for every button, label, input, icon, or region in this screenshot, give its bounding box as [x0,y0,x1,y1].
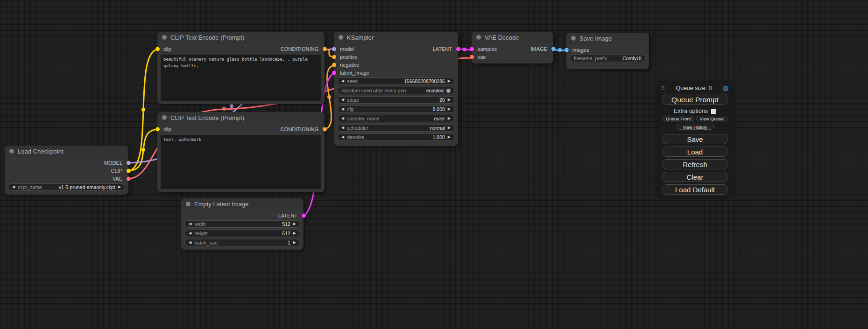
toggle-dot-icon[interactable] [446,89,451,93]
widget-value: normal [430,125,445,131]
node-load-checkpoint[interactable]: Load Checkpoint MODEL CLIP VAE ◀ ckpt_na… [5,146,128,195]
input-slot-positive[interactable] [332,55,336,59]
input-slot-vae[interactable] [470,55,474,59]
collapse-dot-icon[interactable] [9,149,14,154]
node-save-image[interactable]: Save Image images filename_prefix ComfyU… [566,33,649,69]
node-graph-canvas[interactable]: Load Checkpoint MODEL CLIP VAE ◀ ckpt_na… [0,0,868,329]
load-default-button[interactable]: Load Default [663,184,727,195]
view-history-button[interactable]: View History [677,124,714,130]
decrement-arrow-icon[interactable]: ◀ [341,98,344,102]
input-slot-images[interactable] [565,48,569,52]
node-clip-text-encode-negative[interactable]: CLIP Text Encode (Prompt) clip CONDITION… [157,112,325,192]
widget-batch-size[interactable]: ◀ batch_size 1 ▶ [184,239,300,246]
increment-arrow-icon[interactable]: ▶ [448,98,451,102]
link-midpoint-dot [463,48,466,51]
increment-arrow-icon[interactable]: ▶ [293,241,296,245]
collapse-dot-icon[interactable] [162,35,167,40]
input-label-clip: clip [163,46,171,52]
widget-random-seed-toggle[interactable]: Random seed after every gen enabled [337,87,455,94]
widget-sampler-name[interactable]: ◀ sampler_name euler ▶ [337,115,455,122]
output-slot-vae[interactable] [127,176,131,181]
input-slot-clip[interactable] [155,127,160,131]
node-title: Save Image [579,35,612,42]
collapse-dot-icon[interactable] [476,35,481,40]
input-slot-model[interactable] [332,47,336,51]
widget-scheduler[interactable]: ◀ scheduler normal ▶ [337,124,455,132]
load-button[interactable]: Load [663,147,727,157]
input-slot-clip[interactable] [155,47,160,51]
decrement-arrow-icon[interactable]: ◀ [341,79,344,83]
node-header[interactable]: Save Image [566,33,649,44]
view-queue-button[interactable]: View Queue [696,116,728,122]
output-slot-model[interactable] [127,161,131,165]
output-label-conditioning: CONDITIONING [281,126,318,132]
widget-steps[interactable]: ◀ steps 20 ▶ [337,96,455,104]
widget-filename-prefix[interactable]: filename_prefix ComfyUI [570,55,646,62]
node-ksampler[interactable]: KSampler model LATENT positive negative … [334,32,458,146]
input-slot-negative[interactable] [332,63,336,67]
widget-cfg[interactable]: ◀ cfg 8.000 ▶ [337,105,455,113]
increment-arrow-icon[interactable]: ▶ [448,126,451,130]
decrement-arrow-icon[interactable]: ◀ [189,241,191,245]
queue-prompt-button[interactable]: Queue Prompt [663,94,727,105]
collapse-dot-icon[interactable] [162,115,167,120]
extra-options-checkbox[interactable] [711,109,716,114]
increment-arrow-icon[interactable]: ▶ [293,222,296,226]
output-slot-conditioning[interactable] [323,47,327,51]
output-slot-latent[interactable] [456,47,460,51]
output-label-latent: LATENT [433,46,452,52]
node-header[interactable]: CLIP Text Encode (Prompt) [157,32,325,43]
output-slot-clip[interactable] [127,168,131,173]
node-header[interactable]: Load Checkpoint [5,146,128,157]
link-midpoint-dot [141,108,145,112]
widget-value: 1.000 [433,134,445,140]
output-row-vae: VAE [5,175,128,182]
save-button[interactable]: Save [663,134,727,144]
increment-arrow-icon[interactable]: ▶ [448,117,451,120]
collapse-dot-icon[interactable] [571,36,576,41]
prompt-textarea[interactable]: text, watermark [161,135,321,189]
decrement-arrow-icon[interactable]: ◀ [341,135,344,139]
node-header[interactable]: Empty Latent Image [181,198,303,210]
collapse-dot-icon[interactable] [186,202,191,206]
input-slot-samples[interactable] [470,47,474,51]
decrement-arrow-icon[interactable]: ◀ [341,117,344,120]
node-header[interactable]: VAE Decode [472,32,553,43]
node-header[interactable]: KSampler [334,32,458,43]
node-vae-decode[interactable]: VAE Decode samples IMAGE vae [472,32,553,63]
increment-arrow-icon[interactable]: ▶ [448,135,451,139]
increment-arrow-icon[interactable]: ▶ [448,107,451,111]
decrement-arrow-icon[interactable]: ◀ [12,185,15,189]
collapse-dot-icon[interactable] [339,35,343,40]
output-label-clip: CLIP [111,168,122,174]
decrement-arrow-icon[interactable]: ◀ [341,126,344,130]
decrement-arrow-icon[interactable]: ◀ [341,107,344,111]
widget-width[interactable]: ◀ width 512 ▶ [184,220,300,228]
settings-gear-icon[interactable]: ⚙ [723,85,729,92]
node-empty-latent-image[interactable]: Empty Latent Image LATENT ◀ width 512 ▶ … [181,198,303,250]
widget-value: 8.000 [433,106,445,112]
output-slot-image[interactable] [551,47,556,51]
decrement-arrow-icon[interactable]: ◀ [189,231,191,235]
widget-value: ComfyUI [622,56,642,61]
increment-arrow-icon[interactable]: ▶ [118,185,121,189]
clear-button[interactable]: Clear [663,172,727,182]
increment-arrow-icon[interactable]: ▶ [448,79,451,83]
slot-row: samples IMAGE [472,45,553,53]
decrement-arrow-icon[interactable]: ◀ [189,222,191,226]
widget-ckpt-name[interactable]: ◀ ckpt_name v1-5-pruned-emaonly.ckpt ▶ [8,183,125,191]
input-slot-latent-image[interactable] [332,70,336,75]
drag-handle-icon[interactable]: ⠿ [661,86,665,91]
prompt-textarea[interactable]: beautiful scenery nature glass bottle la… [161,55,321,101]
node-header[interactable]: CLIP Text Encode (Prompt) [157,112,325,123]
output-slot-conditioning[interactable] [323,127,327,131]
increment-arrow-icon[interactable]: ▶ [293,231,296,235]
queue-front-button[interactable]: Queue Front [663,116,694,122]
input-label-samples: samples [478,46,497,52]
widget-height[interactable]: ◀ height 512 ▶ [184,230,300,237]
widget-seed[interactable]: ◀ seed 156680208700286 ▶ [337,77,455,85]
refresh-button[interactable]: Refresh [663,159,727,169]
widget-denoise[interactable]: ◀ denoise 1.000 ▶ [337,133,455,141]
output-slot-latent[interactable] [302,213,306,217]
node-clip-text-encode-positive[interactable]: CLIP Text Encode (Prompt) clip CONDITION… [157,32,325,104]
